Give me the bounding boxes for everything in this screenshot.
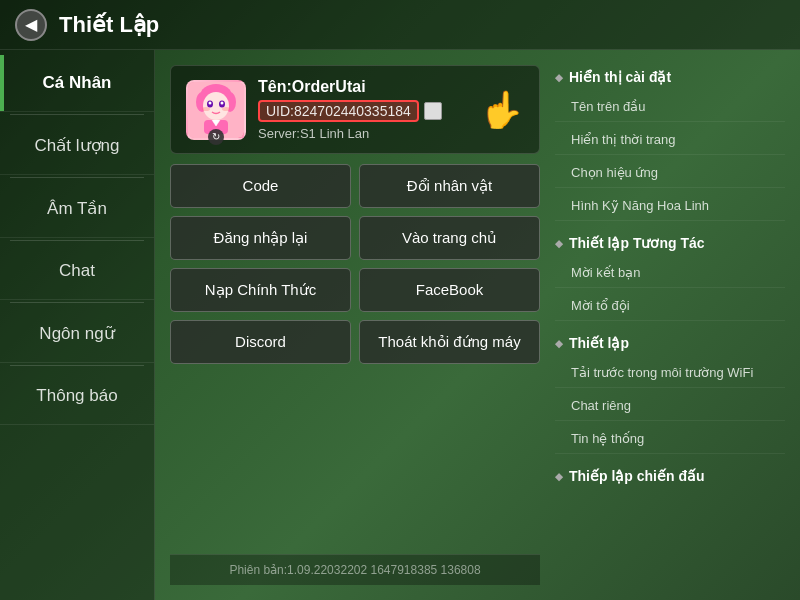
svg-point-8 <box>221 101 224 104</box>
page-title: Thiết Lập <box>59 12 159 38</box>
svg-point-4 <box>203 92 229 120</box>
settings-item-ten-tren-dau[interactable]: Tên trên đầu <box>555 92 785 122</box>
main-panel: ◀ Thiết Lập Cá Nhân Chất lượng Âm Tần Ch… <box>0 0 800 600</box>
hand-pointing-icon: 👆 <box>479 89 524 131</box>
settings-item-chon-hieu-ung[interactable]: Chọn hiệu ứng <box>555 158 785 188</box>
dang-nhap-lai-button[interactable]: Đăng nhập lại <box>170 216 351 260</box>
svg-point-10 <box>222 107 230 111</box>
spacer-3 <box>555 457 785 461</box>
profile-info: Tên:OrderUtai UID:824702440335184 Server… <box>258 78 472 141</box>
sidebar-item-chat-luong[interactable]: Chất lượng <box>0 117 154 175</box>
avatar-refresh-icon[interactable]: ↻ <box>208 129 224 145</box>
thoat-khoi-button[interactable]: Thoát khỏi đứng máy <box>359 320 540 364</box>
header: ◀ Thiết Lập <box>0 0 800 50</box>
profile-card: ↻ Tên:OrderUtai UID:824702440335184 Serv… <box>170 65 540 154</box>
sidebar-item-am-tan[interactable]: Âm Tần <box>0 180 154 238</box>
discord-button[interactable]: Discord <box>170 320 351 364</box>
svg-point-9 <box>202 107 210 111</box>
uid-copy-button[interactable] <box>424 102 442 120</box>
vao-trang-chu-button[interactable]: Vào trang chủ <box>359 216 540 260</box>
sidebar-item-ngon-ngu[interactable]: Ngôn ngữ <box>0 305 154 363</box>
settings-item-chat-rieng[interactable]: Chat riêng <box>555 391 785 421</box>
svg-point-7 <box>209 101 212 104</box>
sidebar-divider-4 <box>10 302 144 303</box>
content-area: Cá Nhân Chất lượng Âm Tần Chat Ngôn ngữ … <box>0 50 800 600</box>
profile-server: Server:S1 Linh Lan <box>258 126 472 141</box>
sidebar-divider-1 <box>10 114 144 115</box>
avatar-container: ↻ <box>186 80 246 140</box>
settings-header-tuong-tac: Thiết lập Tương Tác <box>555 231 785 255</box>
version-text: Phiên bản:1.09.22032202 1647918385 13680… <box>170 554 540 585</box>
code-button[interactable]: Code <box>170 164 351 208</box>
settings-item-tai-truoc[interactable]: Tải trước trong môi trường WiFi <box>555 358 785 388</box>
spacer-1 <box>555 224 785 228</box>
settings-item-moi-to-doi[interactable]: Mời tổ đội <box>555 291 785 321</box>
settings-item-tin-he-thong[interactable]: Tin hệ thống <box>555 424 785 454</box>
main-content: ↻ Tên:OrderUtai UID:824702440335184 Serv… <box>155 50 800 600</box>
back-button[interactable]: ◀ <box>15 9 47 41</box>
nap-chinh-thuc-button[interactable]: Nạp Chính Thức <box>170 268 351 312</box>
settings-panel: Hiển thị cài đặt Tên trên đầu Hiển thị t… <box>555 65 785 585</box>
sidebar-divider-5 <box>10 365 144 366</box>
uid-text: UID:824702440335184 <box>258 100 419 122</box>
sidebar-item-chat[interactable]: Chat <box>0 243 154 300</box>
sidebar-divider-3 <box>10 240 144 241</box>
facebook-button[interactable]: FaceBook <box>359 268 540 312</box>
settings-item-hinh-ky-nang[interactable]: Hình Kỹ Năng Hoa Linh <box>555 191 785 221</box>
doi-nhan-vat-button[interactable]: Đổi nhân vật <box>359 164 540 208</box>
sidebar-item-thong-bao[interactable]: Thông báo <box>0 368 154 425</box>
settings-header-thiet-lap: Thiết lập <box>555 331 785 355</box>
settings-item-hien-thi-thoi-trang[interactable]: Hiển thị thời trang <box>555 125 785 155</box>
settings-header-display: Hiển thị cài đặt <box>555 65 785 89</box>
settings-item-moi-ket-ban[interactable]: Mời kết bạn <box>555 258 785 288</box>
settings-header-chien-dau: Thiếp lập chiến đấu <box>555 464 785 488</box>
action-buttons-grid: Code Đổi nhân vật Đăng nhập lại Vào tran… <box>170 164 540 364</box>
profile-section: ↻ Tên:OrderUtai UID:824702440335184 Serv… <box>170 65 540 585</box>
back-icon: ◀ <box>25 15 37 34</box>
profile-name: Tên:OrderUtai <box>258 78 472 96</box>
sidebar-item-ca-nhan[interactable]: Cá Nhân <box>0 55 154 112</box>
profile-uid-row: UID:824702440335184 <box>258 100 472 122</box>
spacer-2 <box>555 324 785 328</box>
sidebar: Cá Nhân Chất lượng Âm Tần Chat Ngôn ngữ … <box>0 50 155 600</box>
sidebar-divider-2 <box>10 177 144 178</box>
